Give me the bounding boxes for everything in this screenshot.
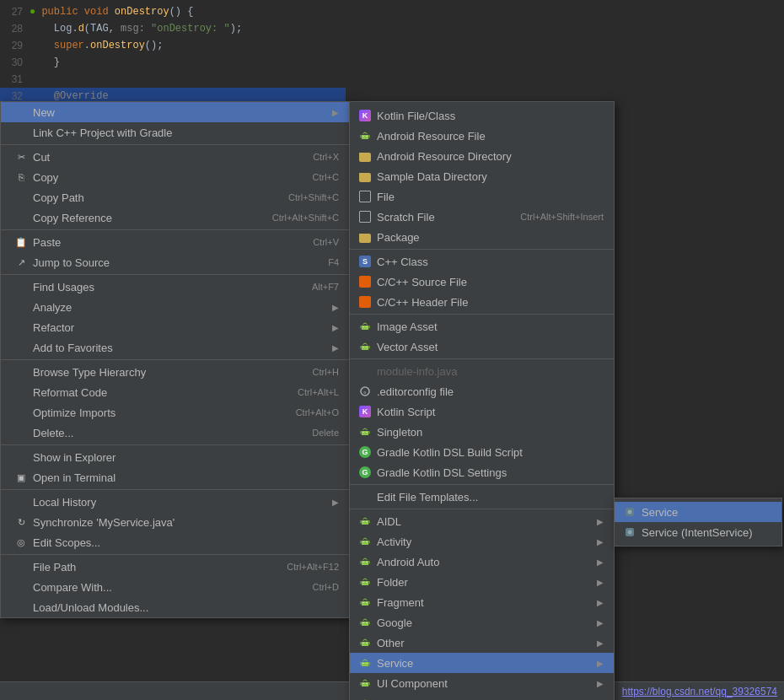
submenu-item-sample-data-label: Sample Data Directory <box>377 170 487 183</box>
submenu-item-google-label: Google <box>377 617 412 629</box>
submenu-item-singleton[interactable]: Singleton <box>350 422 614 442</box>
submenu-item-fragment[interactable]: Fragment ▶ <box>350 592 614 612</box>
menu-item-copy-path[interactable]: Copy Path Ctrl+Shift+C <box>1 187 349 207</box>
menu-item-compare[interactable]: Compare With... Ctrl+D <box>1 577 349 597</box>
service-submenu: Service Service (IntentService) <box>614 498 782 547</box>
activity-icon <box>358 535 372 548</box>
module-info-icon <box>358 364 372 378</box>
menu-item-local-history[interactable]: Local History ▶ <box>1 492 349 512</box>
submenu-item-android-res[interactable]: Android Resource File <box>350 126 614 146</box>
refactor-arrow: ▶ <box>332 323 339 332</box>
analyze-arrow: ▶ <box>332 303 339 312</box>
service-intent-icon <box>623 525 636 539</box>
menu-item-copy-ref[interactable]: Copy Reference Ctrl+Alt+Shift+C <box>1 207 349 228</box>
third-menu-item-service[interactable]: Service <box>615 502 781 522</box>
menu-item-sync[interactable]: ↻ Synchronize 'MyService.java' <box>1 512 349 532</box>
svg-point-48 <box>362 663 363 664</box>
copy-ref-icon <box>14 211 28 224</box>
submenu-item-scratch[interactable]: Scratch File Ctrl+Alt+Shift+Insert <box>350 207 614 227</box>
submenu-item-other-label: Other <box>377 637 405 649</box>
menu-item-favorites[interactable]: Add to Favorites ▶ <box>1 337 349 358</box>
submenu-item-file[interactable]: File <box>350 186 614 207</box>
submenu-item-activity[interactable]: Activity ▶ <box>350 531 614 552</box>
menu-item-show-explorer[interactable]: Show in Explorer <box>1 447 349 467</box>
submenu-item-cpp-hdr[interactable]: C/C++ Header File <box>350 292 614 312</box>
submenu-item-android-res-dir[interactable]: Android Resource Directory <box>350 146 614 166</box>
submenu-item-service-label: Service <box>377 657 413 670</box>
menu-item-paste[interactable]: 📋 Paste Ctrl+V <box>1 232 349 252</box>
submenu-item-android-auto[interactable]: Android Auto ▶ <box>350 552 614 572</box>
submenu-item-ui[interactable]: UI Component ▶ <box>350 673 614 693</box>
third-menu-item-service-intent[interactable]: Service (IntentService) <box>615 522 781 542</box>
submenu-item-cpp-src[interactable]: C/C++ Source File <box>350 272 614 292</box>
submenu-item-cpp-class[interactable]: S C++ Class <box>350 251 614 272</box>
submenu-item-service[interactable]: Service ▶ <box>350 653 614 673</box>
menu-item-load-modules-label: Load/Unload Modules... <box>33 601 148 614</box>
menu-item-jump[interactable]: ↗ Jump to Source F4 <box>1 252 349 272</box>
submenu-item-google[interactable]: Google ▶ <box>350 612 614 633</box>
menu-item-sync-label: Synchronize 'MyService.java' <box>33 516 175 529</box>
menu-item-scopes[interactable]: ◎ Edit Scopes... <box>1 532 349 552</box>
submenu-item-other[interactable]: Other ▶ <box>350 633 614 653</box>
svg-rect-31 <box>369 581 370 584</box>
submenu-item-edit-templates[interactable]: Edit File Templates... <box>350 487 614 507</box>
submenu-item-wear-label: Wear <box>377 697 403 701</box>
submenu-item-wear[interactable]: Wear ▶ <box>350 693 614 700</box>
svg-rect-34 <box>361 601 362 605</box>
svg-point-29 <box>366 562 367 563</box>
status-url[interactable]: https://blog.csdn.net/qq_39326574 <box>622 686 777 697</box>
menu-item-browse[interactable]: Browse Type Hierarchy Ctrl+H <box>1 362 349 382</box>
menu-item-find[interactable]: Find Usages Alt+F7 <box>1 277 349 297</box>
menu-item-copy[interactable]: ⎘ Copy Ctrl+C <box>1 167 349 187</box>
svg-rect-30 <box>361 581 362 584</box>
analyze-icon <box>14 300 28 314</box>
service-android-icon <box>358 656 372 670</box>
submenu-item-kotlin[interactable]: K Kotlin File/Class <box>350 105 614 126</box>
menu-item-delete[interactable]: Delete... Delete <box>1 423 349 443</box>
menu-item-cut[interactable]: ✂ Cut Ctrl+X <box>1 147 349 167</box>
singleton-icon <box>358 425 372 439</box>
submenu-item-aidl[interactable]: AIDL ▶ <box>350 511 614 531</box>
submenu-item-sample-data[interactable]: Sample Data Directory <box>350 166 614 186</box>
submenu-item-vector[interactable]: Vector Asset <box>350 337 614 357</box>
menu-item-new[interactable]: New ▶ <box>1 102 349 122</box>
svg-rect-18 <box>361 520 362 524</box>
menu-item-link-cpp[interactable]: Link C++ Project with Gradle <box>1 122 349 143</box>
optimize-shortcut: Ctrl+Alt+O <box>296 407 339 417</box>
menu-item-browse-label: Browse Type Hierarchy <box>33 366 146 379</box>
menu-item-filepath-label: File Path <box>33 561 76 573</box>
submenu-item-module-info[interactable]: module-info.java <box>350 361 614 381</box>
submenu-item-scratch-label: Scratch File <box>377 211 435 223</box>
submenu-item-package[interactable]: Package <box>350 227 614 247</box>
history-arrow: ▶ <box>332 498 339 507</box>
menu-item-copy-path-label: Copy Path <box>33 191 84 204</box>
menu-item-optimize[interactable]: Optimize Imports Ctrl+Alt+O <box>1 402 349 423</box>
submenu-item-cpp-src-label: C/C++ Source File <box>377 276 467 288</box>
submenu-item-image-label: Image Asset <box>377 320 438 333</box>
svg-point-2 <box>362 136 363 137</box>
submenu-item-singleton-label: Singleton <box>377 426 422 439</box>
activity-arrow: ▶ <box>597 537 604 547</box>
wear-icon <box>358 697 372 700</box>
submenu-item-editorconfig[interactable]: e .editorconfig file <box>350 381 614 401</box>
menu-item-load-modules[interactable]: Load/Unload Modules... <box>1 597 349 617</box>
menu-item-refactor[interactable]: Refactor ▶ <box>1 317 349 337</box>
menu-item-reformat[interactable]: Reformat Code Ctrl+Alt+L <box>1 382 349 402</box>
refactor-icon <box>14 320 28 334</box>
submenu-item-folder[interactable]: Folder ▶ <box>350 572 614 592</box>
submenu-item-image[interactable]: Image Asset <box>350 316 614 337</box>
package-icon <box>358 230 372 244</box>
submenu-item-gradle-settings-label: Gradle Kotlin DSL Settings <box>377 466 507 479</box>
paste-shortcut: Ctrl+V <box>313 237 339 247</box>
svg-rect-51 <box>369 682 370 686</box>
svg-point-37 <box>366 602 367 603</box>
menu-item-filepath[interactable]: File Path Ctrl+Alt+F12 <box>1 557 349 577</box>
submenu-item-gradle-settings[interactable]: G Gradle Kotlin DSL Settings <box>350 462 614 482</box>
svg-rect-8 <box>361 346 362 349</box>
submenu-item-kotlin-script[interactable]: K Kotlin Script <box>350 401 614 422</box>
menu-item-terminal[interactable]: ▣ Open in Terminal <box>1 467 349 487</box>
submenu-item-kotlin-script-label: Kotlin Script <box>377 406 435 418</box>
submenu-item-gradle-build[interactable]: G Gradle Kotlin DSL Build Script <box>350 442 614 462</box>
menu-item-analyze[interactable]: Analyze ▶ <box>1 297 349 317</box>
service-icon <box>623 505 636 519</box>
